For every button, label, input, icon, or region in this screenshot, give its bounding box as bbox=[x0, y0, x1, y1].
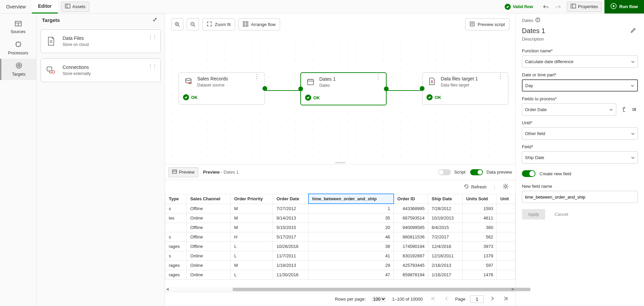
cancel-button[interactable]: Cancel bbox=[552, 209, 571, 220]
target-card-data-files[interactable]: Data Files Store on cloud ⋮⋮ bbox=[41, 29, 161, 53]
table-row[interactable]: lesOnlineM9/14/20133566759351410/19/2013… bbox=[165, 213, 515, 223]
table-cell bbox=[497, 242, 515, 251]
table-header[interactable]: Type bbox=[165, 194, 187, 204]
assets-button[interactable]: Assets bbox=[61, 2, 89, 12]
chevron-down-icon bbox=[609, 107, 613, 112]
inspector-breadcrumb: Dates bbox=[522, 18, 533, 23]
table-cell: 35 bbox=[308, 213, 394, 223]
table-cell: les bbox=[165, 213, 187, 223]
svg-rect-2 bbox=[571, 4, 576, 8]
function-name-select[interactable]: Calculate date difference bbox=[522, 55, 638, 68]
targets-title: Targets bbox=[42, 17, 60, 23]
refresh-button[interactable]: Refresh bbox=[462, 183, 489, 190]
tab-overview[interactable]: Overview bbox=[0, 0, 32, 14]
date-part-select[interactable]: Day bbox=[522, 79, 638, 92]
svg-point-46 bbox=[505, 185, 507, 187]
edit-title-button[interactable] bbox=[628, 27, 638, 35]
check-circle-icon bbox=[305, 95, 311, 101]
zoom-fit-button[interactable]: Zoom fit bbox=[202, 18, 235, 30]
field-select[interactable]: Ship Date bbox=[522, 151, 638, 163]
rows-per-page-select[interactable]: 100 bbox=[372, 296, 386, 302]
page-input[interactable] bbox=[470, 295, 484, 303]
tab-editor[interactable]: Editor bbox=[32, 0, 58, 14]
node-dates-1[interactable]: Dates 1 Dates ⋮ OK bbox=[300, 72, 387, 105]
date-part-label: Date or time part* bbox=[522, 72, 638, 77]
flow-wire bbox=[387, 90, 422, 91]
table-cell: 1 bbox=[308, 204, 394, 213]
chevron-left-icon bbox=[444, 296, 448, 301]
table-cell: Offline bbox=[187, 232, 231, 242]
table-row[interactable]: ragesOnlineL11/30/2016476598781941/16/20… bbox=[165, 270, 515, 280]
table-header[interactable]: Order ID bbox=[394, 194, 428, 204]
properties-button[interactable]: Properties bbox=[567, 2, 602, 12]
node-menu-button[interactable]: ⋮ bbox=[252, 75, 262, 77]
undo-button[interactable] bbox=[540, 1, 552, 13]
collapse-panel-button[interactable] bbox=[151, 17, 159, 23]
redo-button[interactable] bbox=[552, 1, 564, 13]
delete-field-button[interactable] bbox=[620, 106, 627, 113]
node-sales-records[interactable]: Sales Records Dataset source ⋮ OK bbox=[179, 72, 265, 105]
prev-page-button[interactable] bbox=[442, 296, 451, 302]
preview-toggle-button[interactable]: Preview bbox=[168, 167, 198, 177]
drag-handle-icon[interactable]: ⋮⋮ bbox=[148, 34, 157, 40]
table-header[interactable]: Order Date bbox=[273, 194, 308, 204]
last-page-button[interactable] bbox=[501, 296, 510, 302]
zoom-in-button[interactable] bbox=[171, 18, 183, 30]
node-input-port[interactable] bbox=[298, 86, 303, 91]
until-select[interactable]: Other field bbox=[522, 127, 638, 139]
table-row[interactable]: OfflineM5/15/2015209400995856/4/2015360 bbox=[165, 223, 515, 232]
table-header[interactable]: time_between_order_and_ship bbox=[308, 194, 394, 204]
first-page-button[interactable] bbox=[429, 296, 438, 302]
arrange-flow-button[interactable]: Arrange flow bbox=[238, 18, 280, 30]
node-menu-button[interactable]: ⋮ bbox=[495, 75, 505, 77]
apply-button[interactable]: Apply bbox=[522, 209, 545, 220]
drag-handle-icon[interactable]: ⋮⋮ bbox=[148, 63, 157, 69]
table-cell: 360 bbox=[463, 223, 497, 232]
table-cell: 940099585 bbox=[394, 223, 428, 232]
create-new-field-toggle[interactable] bbox=[522, 170, 535, 177]
script-toggle[interactable] bbox=[438, 169, 451, 175]
table-row[interactable]: sOfflineM7/27/201214433689957/28/2012159… bbox=[165, 204, 515, 213]
chevron-down-icon bbox=[631, 131, 635, 136]
node-menu-button[interactable]: ⋮ bbox=[373, 76, 383, 78]
table-header[interactable]: Units Sold bbox=[463, 194, 497, 204]
target-card-connections[interactable]: Connections Store externally ⋮⋮ bbox=[41, 58, 161, 82]
zoom-out-button[interactable] bbox=[187, 18, 199, 30]
table-cell: 11/7/2011 bbox=[273, 251, 308, 261]
run-flow-button[interactable]: Run flow bbox=[604, 0, 644, 14]
table-cell: 1476 bbox=[463, 270, 497, 280]
info-icon[interactable] bbox=[535, 18, 540, 23]
preview-script-button[interactable]: Preview script bbox=[465, 18, 509, 30]
map-field-button[interactable] bbox=[630, 106, 638, 113]
flow-canvas[interactable]: Sales Records Dataset source ⋮ OK bbox=[165, 35, 515, 161]
table-header[interactable]: Ship Date bbox=[428, 194, 463, 204]
table-cell: 10/26/2016 bbox=[273, 242, 308, 251]
preview-table[interactable]: TypeSales ChannelOrder PriorityOrder Dat… bbox=[165, 194, 515, 287]
rail-sources[interactable]: Sources bbox=[0, 18, 36, 37]
layout-icon bbox=[65, 4, 70, 9]
table-cell: 443368995 bbox=[394, 204, 428, 213]
table-row[interactable]: sOnlineL11/7/20114183019288712/18/201113… bbox=[165, 251, 515, 261]
table-row[interactable]: sOfflineH5/17/2017468808115367/2/2017562 bbox=[165, 232, 515, 242]
new-field-name-input[interactable] bbox=[522, 191, 638, 203]
data-preview-toggle[interactable] bbox=[470, 169, 483, 175]
node-data-files-target[interactable]: Data files target 1 Data files target ⋮ … bbox=[422, 72, 508, 105]
table-cell bbox=[497, 251, 515, 261]
connection-icon bbox=[44, 63, 58, 77]
svg-point-51 bbox=[537, 19, 538, 19]
table-row[interactable]: ragesOnlineM1/18/2013294257934452/16/201… bbox=[165, 261, 515, 270]
settings-button[interactable] bbox=[501, 183, 511, 191]
table-header[interactable]: Sales Channel bbox=[187, 194, 231, 204]
horizontal-scrollbar[interactable]: ◀ ▶ bbox=[165, 287, 515, 292]
panel-splitter[interactable] bbox=[165, 161, 515, 164]
table-row[interactable]: ragesOfflineL10/26/20163917459019412/4/2… bbox=[165, 242, 515, 251]
zoom-in-icon bbox=[175, 22, 180, 27]
next-page-button[interactable] bbox=[488, 296, 497, 302]
fields-to-process-select[interactable]: Order Date bbox=[522, 103, 616, 116]
rail-targets[interactable]: Targets bbox=[0, 59, 36, 80]
table-header[interactable]: Unit bbox=[497, 194, 515, 204]
table-header[interactable]: Order Priority bbox=[231, 194, 273, 204]
rail-processors[interactable]: Processors bbox=[0, 37, 36, 59]
node-input-port[interactable] bbox=[420, 86, 424, 91]
svg-rect-29 bbox=[246, 22, 248, 23]
